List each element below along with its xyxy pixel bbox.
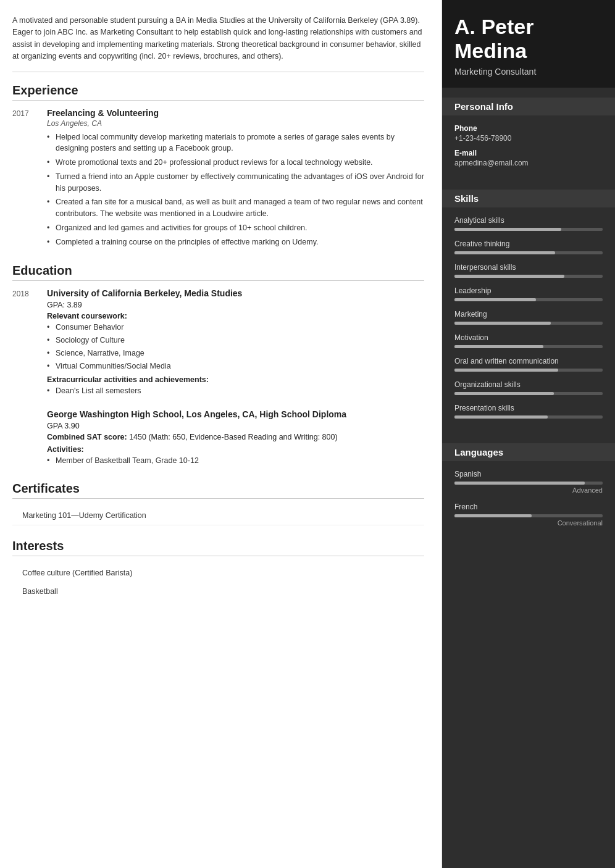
phone-value: +1-23-456-78900: [454, 134, 603, 143]
exp-bullets: Helped local community develop marketing…: [47, 131, 424, 248]
right-header: A. Peter Medina Marketing Consultant: [442, 0, 615, 88]
lang-name: Spanish: [454, 470, 603, 478]
edu-school: George Washington High School, Los Angel…: [47, 409, 424, 419]
exp-year: 2017: [12, 108, 37, 251]
edu-year: 2018: [12, 288, 37, 398]
lang-item: FrenchConversational: [454, 503, 603, 527]
lang-level: Conversational: [454, 519, 603, 527]
edu-activities-list: Member of Basketball Team, Grade 10-12: [47, 455, 424, 467]
edu-coursework-item: Virtual Communities/Social Media: [47, 361, 424, 372]
skill-name: Organizational skills: [454, 380, 603, 389]
skill-item: Marketing: [454, 310, 603, 325]
skill-name: Leadership: [454, 286, 603, 295]
experience-title: Experience: [12, 83, 424, 101]
left-column: A motivated and personable student pursu…: [0, 0, 442, 868]
phone-label: Phone: [454, 124, 603, 133]
exp-bullet: Helped local community develop marketing…: [47, 131, 424, 155]
skill-item: Analytical skills: [454, 216, 603, 231]
edu-gpa: GPA 3.90: [47, 422, 424, 430]
exp-bullet: Completed a training course on the princ…: [47, 236, 424, 248]
edu-year: [12, 409, 37, 468]
lang-bar-fill: [454, 514, 532, 517]
exp-content: Freelancing & VolunteeringLos Angeles, C…: [47, 108, 424, 251]
personal-info-section: Personal Info Phone +1-23-456-78900 E-ma…: [442, 88, 615, 180]
interest-item: Basketball: [12, 582, 424, 601]
edu-extra-label: Extracurricular activities and achieveme…: [47, 375, 424, 384]
edu-coursework-list: Consumer BehaviorSociology of CultureSci…: [47, 322, 424, 372]
candidate-name: A. Peter Medina: [454, 15, 603, 63]
personal-info-title: Personal Info: [442, 98, 615, 115]
skill-item: Oral and written communication: [454, 357, 603, 372]
skill-bar-bg: [454, 251, 603, 254]
skill-item: Organizational skills: [454, 380, 603, 395]
edu-entry: George Washington High School, Los Angel…: [12, 409, 424, 468]
edu-activity-item: Member of Basketball Team, Grade 10-12: [47, 455, 424, 467]
edu-sat: Combined SAT score: 1450 (Math: 650, Evi…: [47, 433, 424, 441]
skill-bar-fill: [454, 415, 548, 419]
right-column: A. Peter Medina Marketing Consultant Per…: [442, 0, 615, 868]
exp-bullet: Organized and led games and activities f…: [47, 222, 424, 234]
edu-content: George Washington High School, Los Angel…: [47, 409, 424, 468]
cert-item: Marketing 101—Udemy Certification: [12, 506, 424, 525]
skill-bar-fill: [454, 228, 561, 231]
edu-school: University of California Berkeley, Media…: [47, 288, 424, 298]
edu-coursework-item: Sociology of Culture: [47, 335, 424, 346]
edu-coursework-label: Relevant coursework:: [47, 312, 424, 320]
edu-activities-label: Activities:: [47, 445, 424, 454]
languages-title: Languages: [442, 443, 615, 461]
exp-bullet: Wrote promotional texts and 20+ professi…: [47, 157, 424, 169]
skill-bar-fill: [454, 298, 536, 301]
exp-entry: 2017Freelancing & VolunteeringLos Angele…: [12, 108, 424, 251]
experience-entries: 2017Freelancing & VolunteeringLos Angele…: [12, 108, 424, 251]
edu-coursework-item: Consumer Behavior: [47, 322, 424, 333]
skill-item: Creative thinking: [454, 240, 603, 254]
certificates-section: Certificates Marketing 101—Udemy Certifi…: [12, 482, 424, 525]
lang-bar-bg: [454, 482, 603, 485]
skill-name: Creative thinking: [454, 240, 603, 248]
exp-location: Los Angeles, CA: [47, 119, 424, 128]
edu-entry: 2018University of California Berkeley, M…: [12, 288, 424, 398]
lang-name: French: [454, 503, 603, 511]
skill-item: Leadership: [454, 286, 603, 301]
language-bars: SpanishAdvancedFrenchConversational: [454, 470, 603, 527]
exp-bullet: Turned a friend into an Apple customer b…: [47, 171, 424, 194]
skill-item: Presentation skills: [454, 404, 603, 419]
cert-entries: Marketing 101—Udemy Certification: [12, 506, 424, 525]
edu-gpa: GPA: 3.89: [47, 301, 424, 309]
certificates-title: Certificates: [12, 482, 424, 499]
skill-bar-fill: [454, 322, 551, 325]
lang-item: SpanishAdvanced: [454, 470, 603, 494]
skill-item: Motivation: [454, 333, 603, 348]
skill-item: Interpersonal skills: [454, 263, 603, 278]
skill-bar-bg: [454, 322, 603, 325]
email-label: E-mail: [454, 149, 603, 157]
languages-section: Languages SpanishAdvancedFrenchConversat…: [442, 433, 615, 541]
skill-name: Marketing: [454, 310, 603, 319]
interest-entries: Coffee culture (Certified Barista)Basket…: [12, 564, 424, 601]
education-section: Education 2018University of California B…: [12, 264, 424, 468]
skill-name: Interpersonal skills: [454, 263, 603, 272]
edu-extra-list: Dean's List all semesters: [47, 385, 424, 397]
exp-bullet: Created a fan site for a musical band, a…: [47, 196, 424, 220]
skill-bar-bg: [454, 275, 603, 278]
skill-bar-bg: [454, 228, 603, 231]
edu-extra-item: Dean's List all semesters: [47, 385, 424, 397]
summary-text: A motivated and personable student pursu…: [12, 15, 424, 72]
skill-name: Analytical skills: [454, 216, 603, 225]
skill-bar-bg: [454, 415, 603, 419]
exp-title: Freelancing & Volunteering: [47, 108, 424, 118]
lang-bar-fill: [454, 482, 585, 485]
interests-section: Interests Coffee culture (Certified Bari…: [12, 539, 424, 601]
skills-title: Skills: [442, 190, 615, 207]
candidate-title: Marketing Consultant: [454, 67, 603, 77]
skill-bar-bg: [454, 369, 603, 372]
skill-bar-bg: [454, 298, 603, 301]
experience-section: Experience 2017Freelancing & Volunteerin…: [12, 83, 424, 251]
email-value: apmedina@email.com: [454, 159, 603, 167]
skill-bar-bg: [454, 392, 603, 395]
edu-content: University of California Berkeley, Media…: [47, 288, 424, 398]
skill-name: Motivation: [454, 333, 603, 342]
interests-title: Interests: [12, 539, 424, 556]
education-title: Education: [12, 264, 424, 281]
edu-coursework-item: Science, Narrative, Image: [47, 348, 424, 359]
